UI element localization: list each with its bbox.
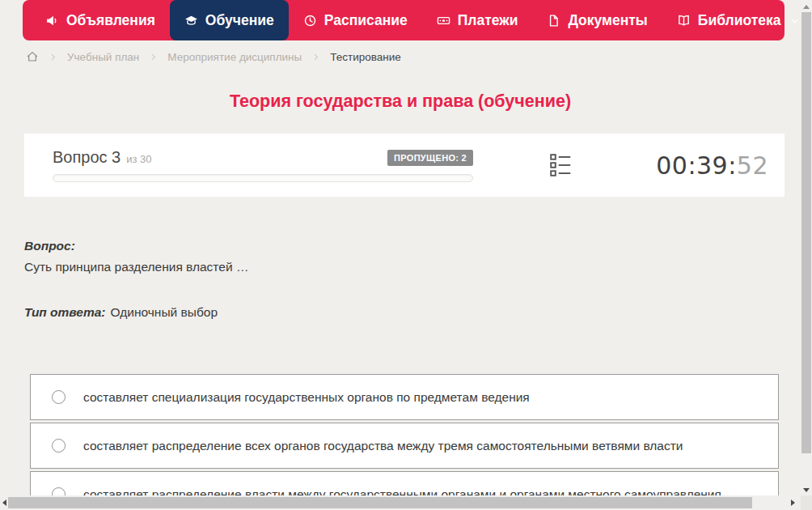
scroll-up-button[interactable] <box>801 2 812 11</box>
nav-item-label: Платежи <box>458 12 518 29</box>
graduation-cap-icon <box>184 14 198 28</box>
nav-item-documents[interactable]: Документы <box>532 0 662 40</box>
vertical-scrollbar[interactable] <box>801 0 812 495</box>
timer: 00:39:52 <box>656 151 768 180</box>
arrow-left-icon <box>2 499 6 506</box>
answer-option[interactable]: составляет распределение власти между го… <box>30 471 779 495</box>
chevron-right-icon <box>311 53 320 62</box>
question-list-button[interactable] <box>549 152 573 178</box>
nav-item-label: Документы <box>568 12 647 29</box>
page-title: Теория государства и права (обучение) <box>0 91 801 112</box>
nav-item-label: Обучение <box>205 12 274 29</box>
breadcrumb-item[interactable]: Мероприятие дисциплины <box>167 51 302 63</box>
progress-bar <box>53 174 473 182</box>
answer-type-label: Тип ответа: <box>24 305 106 319</box>
radio-button[interactable] <box>52 390 66 404</box>
breadcrumb: Учебный планМероприятие дисциплиныТестир… <box>26 50 401 63</box>
nav-item-payments[interactable]: Платежи <box>422 0 533 40</box>
question-card: Вопрос 3 из 30 ПРОПУЩЕНО: 2 <box>24 134 785 197</box>
radio-button[interactable] <box>52 439 66 453</box>
nav-item-label: Расписание <box>324 12 408 29</box>
horizontal-scrollbar[interactable] <box>0 495 801 510</box>
banknote-icon <box>437 14 450 28</box>
nav-item-training[interactable]: Обучение <box>170 0 289 40</box>
clock-icon <box>303 14 317 28</box>
chevron-down-icon <box>788 15 800 26</box>
nav-item-label: Библиотека <box>698 12 781 29</box>
question-list-icon <box>549 152 573 178</box>
question-text: Суть принципа разделения властей … <box>24 257 248 278</box>
vertical-scrollbar-thumb[interactable] <box>801 12 811 453</box>
scroll-left-button[interactable] <box>0 495 8 510</box>
breadcrumb-item[interactable]: Учебный план <box>67 51 139 63</box>
answer-option[interactable]: составляет специализация государственных… <box>30 374 779 420</box>
question-block: Вопрос: Суть принципа разделения властей… <box>24 236 248 278</box>
answer-type-value: Одиночный выбор <box>111 305 218 319</box>
answer-option-label: составляет распределение всех органов го… <box>83 439 683 453</box>
nav-item-label: Объявления <box>66 12 155 29</box>
skipped-badge: ПРОПУЩЕНО: 2 <box>387 150 473 166</box>
question-total: из 30 <box>126 153 151 165</box>
arrow-up-icon <box>803 5 810 9</box>
answer-option-label: составляет специализация государственных… <box>83 390 530 405</box>
chevron-right-icon <box>149 53 158 62</box>
nav-item-announcements[interactable]: Объявления <box>31 0 170 40</box>
question-label: Вопрос: <box>24 236 248 257</box>
timer-hours-minutes: 00:39: <box>656 151 737 180</box>
document-icon <box>547 14 560 28</box>
horizontal-scrollbar-thumb[interactable] <box>8 497 752 508</box>
book-icon <box>677 14 691 28</box>
scroll-down-button[interactable] <box>801 485 812 495</box>
answer-option-label: составляет распределение власти между го… <box>83 487 721 496</box>
app-viewport: ОбъявленияОбучениеРасписаниеПлатежиДокум… <box>0 0 812 510</box>
home-icon[interactable] <box>26 50 39 63</box>
breadcrumb-item: Тестирование <box>330 51 401 63</box>
nav-item-library[interactable]: Библиотека <box>662 0 801 40</box>
answer-type-row: Тип ответа:Одиночный выбор <box>24 305 218 320</box>
arrow-down-icon <box>803 488 810 492</box>
nav-item-schedule[interactable]: Расписание <box>289 0 422 40</box>
question-number: Вопрос 3 <box>53 148 121 167</box>
scrollbar-corner <box>801 495 812 510</box>
chevron-right-icon <box>49 53 57 62</box>
radio-button[interactable] <box>52 487 66 495</box>
page-content: ОбъявленияОбучениеРасписаниеПлатежиДокум… <box>0 0 801 495</box>
timer-seconds: 52 <box>737 151 768 180</box>
main-nav: ОбъявленияОбучениеРасписаниеПлатежиДокум… <box>23 0 785 40</box>
question-progress-block: Вопрос 3 из 30 ПРОПУЩЕНО: 2 <box>53 148 473 182</box>
answer-options: составляет специализация государственных… <box>30 374 779 495</box>
arrow-right-icon <box>791 499 795 506</box>
answer-option[interactable]: составляет распределение всех органов го… <box>30 423 779 469</box>
megaphone-icon <box>45 14 59 28</box>
scroll-right-button[interactable] <box>786 495 799 510</box>
